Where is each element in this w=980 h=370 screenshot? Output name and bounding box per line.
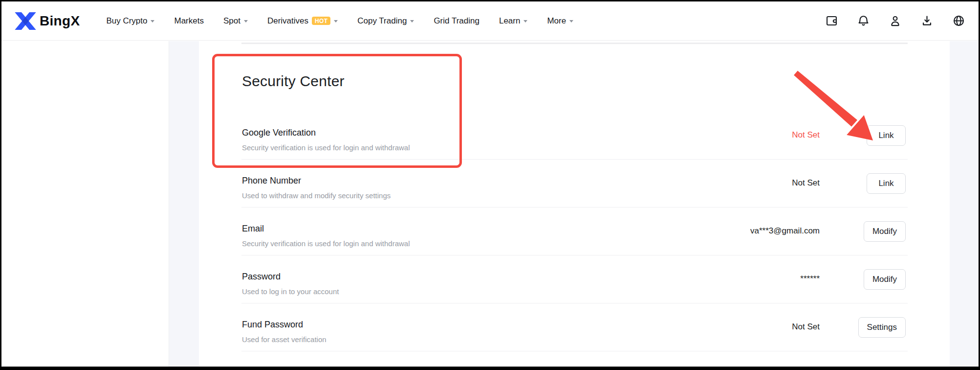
row-description: Used for asset verification (242, 335, 327, 344)
divider (241, 303, 908, 303)
row-label: Fund Password (242, 320, 303, 330)
link-google-verification-button[interactable]: Link (867, 125, 906, 146)
row-google-verification: Google Verification Security verificatio… (241, 122, 908, 170)
left-sidebar (1, 41, 169, 367)
link-phone-number-button[interactable]: Link (867, 173, 906, 194)
security-center-panel: Security Center Google Verification Secu… (199, 41, 950, 367)
notification-bell-icon[interactable] (857, 14, 870, 27)
row-label: Password (242, 272, 281, 282)
divider (241, 351, 908, 351)
top-navbar: BingX Buy Crypto Markets Spot Derivative… (1, 1, 979, 41)
row-email: Email Security verification is used for … (241, 218, 908, 266)
nav-grid-trading[interactable]: Grid Trading (434, 16, 479, 26)
nav-spot[interactable]: Spot (223, 16, 248, 26)
nav-markets[interactable]: Markets (174, 16, 203, 26)
row-password: Password Used to log in to your account … (241, 266, 908, 314)
account-icon[interactable] (889, 14, 902, 27)
nav-copy-trading[interactable]: Copy Trading (357, 16, 414, 26)
row-description: Used to withdraw and modify security set… (242, 191, 391, 200)
divider (241, 159, 908, 160)
chevron-down-icon (410, 20, 414, 23)
page-body: Security Center Google Verification Secu… (1, 41, 979, 367)
status-badge: Not Set (792, 130, 820, 140)
row-label: Google Verification (242, 128, 316, 138)
previous-section-divider (241, 43, 908, 44)
row-description: Security verification is used for login … (242, 239, 410, 248)
modify-password-button[interactable]: Modify (864, 269, 906, 290)
wallet-icon[interactable] (825, 14, 838, 27)
download-icon[interactable] (920, 14, 934, 27)
bingx-wordmark: BingX (40, 13, 80, 29)
navbar-icon-group (825, 14, 965, 27)
chevron-down-icon (334, 20, 338, 23)
chevron-down-icon (569, 20, 573, 23)
bingx-logo[interactable]: BingX (15, 12, 80, 30)
divider (241, 255, 908, 255)
page-title: Security Center (242, 73, 345, 90)
email-value: va***3@gmail.com (750, 226, 820, 236)
row-description: Used to log in to your account (242, 287, 339, 296)
language-globe-icon[interactable] (952, 14, 965, 27)
row-label: Email (242, 224, 264, 234)
modify-email-button[interactable]: Modify (864, 221, 906, 242)
nav-learn[interactable]: Learn (499, 16, 527, 26)
nav-derivatives[interactable]: Derivatives HOT (267, 16, 338, 26)
status-badge: Not Set (792, 322, 820, 332)
row-fund-password: Fund Password Used for asset verificatio… (241, 314, 908, 362)
status-badge: Not Set (792, 178, 820, 188)
divider (241, 207, 908, 208)
password-masked-value: ****** (800, 274, 820, 284)
chevron-down-icon (523, 20, 527, 23)
bingx-x-icon (15, 12, 36, 30)
nav-buy-crypto[interactable]: Buy Crypto (106, 16, 154, 26)
row-description: Security verification is used for login … (242, 143, 410, 152)
row-label: Phone Number (242, 176, 301, 186)
settings-fund-password-button[interactable]: Settings (858, 317, 906, 338)
browser-viewport: BingX Buy Crypto Markets Spot Derivative… (1, 1, 979, 367)
row-phone-number: Phone Number Used to withdraw and modify… (241, 170, 908, 218)
main-navigation: Buy Crypto Markets Spot Derivatives HOT … (106, 16, 573, 26)
nav-more[interactable]: More (547, 16, 573, 26)
hot-badge: HOT (312, 17, 330, 25)
chevron-down-icon (244, 20, 248, 23)
chevron-down-icon (151, 20, 154, 23)
